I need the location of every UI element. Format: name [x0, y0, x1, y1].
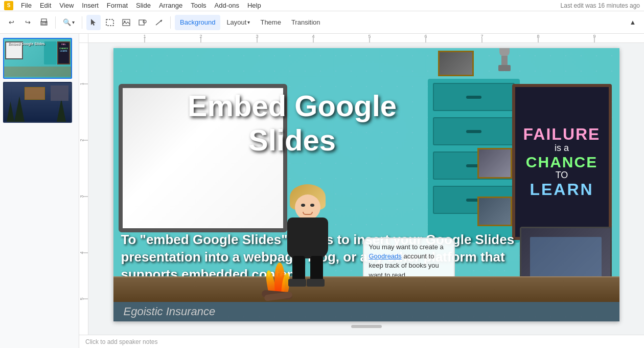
ruler-corner [79, 34, 88, 43]
slide-viewport: FAILURE is a CHANCE TO LEARN [88, 43, 644, 335]
cursor-tool-button[interactable] [86, 15, 101, 30]
undo-button[interactable]: ↩ [4, 15, 18, 30]
chalkboard-text: FAILURE is a CHANCE TO LEARN [518, 120, 606, 204]
menu-file[interactable]: File [17, 1, 35, 10]
ruler-h-svg: 1 2 3 4 5 6 7 8 9 [88, 34, 644, 42]
photo-frame-2 [477, 148, 512, 179]
select-tool-button[interactable] [103, 15, 117, 30]
svg-text:9: 9 [593, 34, 595, 39]
char-leg-left [292, 256, 305, 281]
svg-text:5: 5 [79, 297, 84, 300]
zoom-icon: 🔍 [63, 18, 71, 26]
svg-point-3 [45, 22, 47, 23]
zoom-button[interactable]: 🔍 ▾ [60, 15, 78, 30]
svg-text:2: 2 [199, 34, 202, 39]
image-icon [122, 19, 130, 26]
thumb1-chalk: FAIL [58, 42, 69, 47]
image-tool-button[interactable] [119, 15, 133, 30]
slide-floor [113, 276, 619, 302]
shapes-tool-button[interactable] [135, 15, 150, 30]
bust-sculpture [497, 48, 512, 71]
dresser-drawer-2 [433, 117, 515, 145]
transition-button[interactable]: Transition [287, 15, 325, 30]
redo-button[interactable]: ↪ [20, 15, 35, 30]
line-tool-button[interactable] [152, 15, 166, 30]
dresser-photo [438, 51, 474, 76]
menu-edit[interactable]: Edit [36, 1, 55, 10]
svg-text:2: 2 [79, 139, 84, 141]
slides-panel: 1 FAIL CHANCE LEARN Embed Google Slides [0, 34, 79, 348]
cursor-icon [90, 18, 97, 27]
svg-text:5: 5 [368, 34, 371, 39]
slide-canvas-row: 1 2 3 4 5 [79, 43, 644, 335]
ruler-horizontal: 1 2 3 4 5 6 7 8 9 [88, 34, 644, 42]
svg-text:4: 4 [312, 34, 314, 39]
svg-text:1: 1 [143, 34, 146, 39]
dresser-drawer-1 [433, 83, 515, 111]
sep1 [55, 16, 56, 29]
slide-canvas[interactable]: FAILURE is a CHANCE TO LEARN [113, 48, 619, 321]
h-scroll-thumb[interactable] [351, 325, 382, 328]
photo-frame-3 [477, 197, 512, 226]
menu-tools[interactable]: Tools [187, 1, 210, 10]
shapes-icon [139, 19, 147, 26]
chalk-line-2: is a [523, 143, 601, 154]
canvas-area: 1 2 3 4 5 6 7 8 9 [79, 34, 644, 348]
speaker-notes[interactable]: Click to add speaker notes [79, 335, 644, 348]
char-leg-right [310, 256, 323, 281]
layout-dropdown[interactable]: Layout ▾ [222, 15, 254, 30]
slide-thumbnail-1[interactable]: FAIL CHANCE LEARN Embed Google Slides [3, 38, 72, 79]
print-icon [40, 18, 48, 27]
svg-text:1: 1 [79, 82, 84, 85]
slide-thumbnail-2[interactable] [3, 82, 72, 123]
thumb1-chalkboard: FAIL CHANCE LEARN [57, 41, 70, 64]
menu-view[interactable]: View [56, 1, 77, 10]
menu-slide[interactable]: Slide [132, 1, 154, 10]
menu-arrange[interactable]: Arrange [155, 1, 186, 10]
dresser-handle-2 [466, 130, 481, 133]
ruler-vertical: 1 2 3 4 5 [79, 43, 88, 335]
chalk-line-1: FAILURE [523, 125, 601, 143]
ruler-v-svg: 1 2 3 4 5 [79, 43, 88, 330]
line-icon [155, 19, 163, 26]
menu-format[interactable]: Format [103, 1, 131, 10]
svg-text:4: 4 [79, 251, 84, 254]
svg-rect-5 [123, 19, 130, 26]
thumb1-bottom [4, 67, 71, 77]
thumb1-dresser [44, 41, 57, 64]
menu-insert[interactable]: Insert [78, 1, 102, 10]
h-scrollbar[interactable] [113, 323, 619, 330]
slide-title[interactable]: Embed Google Slides [149, 89, 435, 157]
sep2 [82, 16, 82, 29]
svg-rect-2 [42, 23, 46, 25]
bottom-label-text: Egoistic Insurance [124, 305, 216, 318]
svg-rect-4 [106, 19, 113, 26]
menu-bar: S File Edit View Insert Format Slide Arr… [0, 0, 644, 11]
ruler-horizontal-row: 1 2 3 4 5 6 7 8 9 [79, 34, 644, 43]
print-button[interactable] [37, 15, 51, 30]
svg-text:3: 3 [79, 195, 84, 198]
zoom-caret: ▾ [72, 19, 75, 25]
char-body [287, 217, 328, 258]
goodreads-link[interactable]: Goodreads [369, 252, 402, 260]
sep3 [170, 16, 171, 29]
app-icon: S [4, 1, 13, 10]
menu-addons[interactable]: Add-ons [211, 1, 243, 10]
main-layout: 1 FAIL CHANCE LEARN Embed Google Slides [0, 34, 644, 348]
background-button[interactable]: Background [175, 15, 220, 30]
chalk-line-4: TO [523, 170, 601, 181]
app-icon-letter: S [7, 3, 11, 8]
dresser-handle-1 [466, 96, 481, 99]
menu-help[interactable]: Help [244, 1, 265, 10]
collapse-toolbar-button[interactable]: ▲ [626, 15, 640, 30]
toolbar: ↩ ↪ 🔍 ▾ [0, 11, 644, 34]
chalk-line-5: LEARN [523, 181, 601, 199]
theme-button[interactable]: Theme [256, 15, 285, 30]
speech-text-before: You may want to create a [369, 243, 444, 251]
svg-text:6: 6 [424, 34, 427, 39]
character [277, 184, 349, 297]
thumb1-title: Embed Google Slides [8, 42, 45, 46]
char-head [295, 194, 320, 220]
svg-text:3: 3 [256, 34, 258, 39]
svg-text:7: 7 [480, 34, 483, 39]
